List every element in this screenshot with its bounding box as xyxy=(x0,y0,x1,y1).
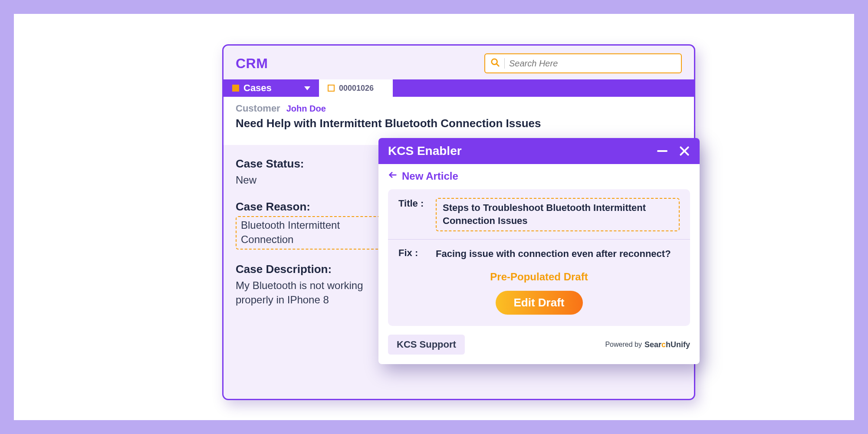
svg-line-1 xyxy=(496,64,499,66)
kcs-title-key: Title : xyxy=(398,198,430,209)
kcs-breadcrumb[interactable]: New Article xyxy=(378,164,700,187)
square-filled-icon xyxy=(232,85,239,92)
close-icon[interactable] xyxy=(679,145,690,157)
search-icon xyxy=(490,58,500,69)
divider xyxy=(388,239,690,240)
kcs-footer: KCS Support Powered by SearchUnify xyxy=(378,326,700,364)
tab-case-number[interactable]: 00001026 xyxy=(319,79,393,97)
kcs-panel: KCS Enabler New Article Title : Steps to… xyxy=(378,138,700,364)
case-number: 00001026 xyxy=(339,84,374,93)
customer-label: Customer xyxy=(236,103,280,114)
case-title: Need Help with Intermittent Bluetooth Co… xyxy=(236,117,682,130)
reason-label: Case Reason: xyxy=(236,200,394,214)
status-label: Case Status: xyxy=(236,157,394,171)
kcs-header: KCS Enabler xyxy=(378,138,700,164)
reason-value: Bluetooth Intermittent Connection xyxy=(236,216,394,250)
minimize-icon[interactable] xyxy=(657,150,667,152)
kcs-fix-key: Fix : xyxy=(398,247,430,259)
chevron-down-icon xyxy=(304,86,310,90)
tab-cases-label: Cases xyxy=(243,82,272,94)
stage: CRM Cases 00001026 xyxy=(14,14,854,420)
kcs-support-chip[interactable]: KCS Support xyxy=(388,335,465,355)
description-value: My Bluetooth is not working properly in … xyxy=(236,279,394,307)
edit-draft-button[interactable]: Edit Draft xyxy=(496,291,583,315)
kcs-card: Title : Steps to Troubleshoot Bluetooth … xyxy=(388,189,690,326)
customer-name: John Doe xyxy=(286,104,326,114)
search-input[interactable] xyxy=(509,59,676,69)
search-divider xyxy=(504,58,505,69)
kcs-title-value: Steps to Troubleshoot Bluetooth Intermit… xyxy=(436,198,680,231)
kcs-fix-value: Facing issue with connection even after … xyxy=(436,247,671,260)
kcs-breadcrumb-label: New Article xyxy=(402,170,458,182)
crm-header: CRM xyxy=(224,46,694,79)
app-title: CRM xyxy=(236,56,268,72)
powered-by-label: Powered by xyxy=(605,341,642,349)
square-outline-icon xyxy=(328,85,335,92)
arrow-left-icon xyxy=(388,170,398,182)
searchunify-logo: SearchUnify xyxy=(644,340,690,349)
status-value: New xyxy=(236,173,394,187)
tab-cases-filter[interactable]: Cases xyxy=(224,79,319,97)
search-box[interactable] xyxy=(484,53,682,73)
kcs-title: KCS Enabler xyxy=(388,144,462,158)
draft-label: Pre-Populated Draft xyxy=(398,271,680,283)
powered-by: Powered by SearchUnify xyxy=(605,340,690,349)
description-label: Case Description: xyxy=(236,263,394,276)
tabstrip: Cases 00001026 xyxy=(224,79,694,97)
